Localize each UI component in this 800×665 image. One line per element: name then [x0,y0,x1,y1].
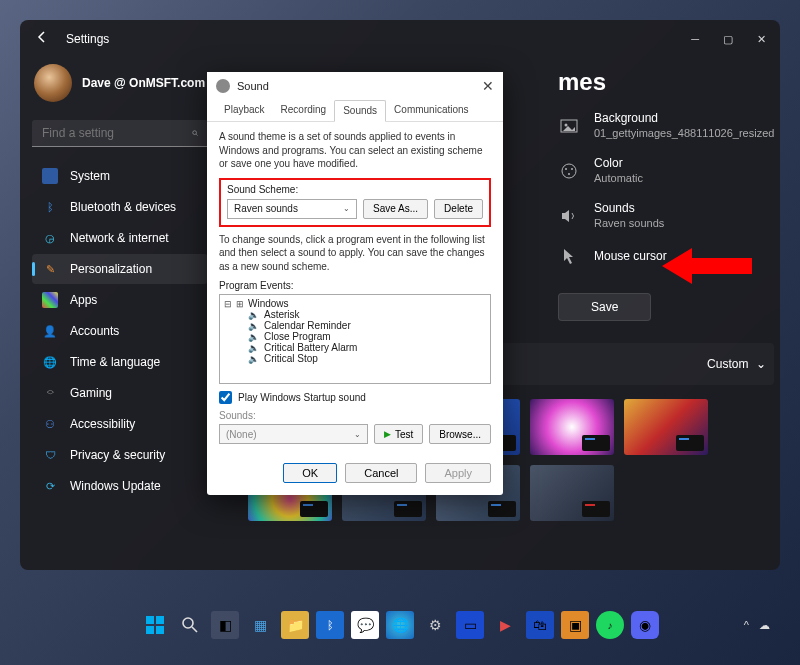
apply-button[interactable]: Apply [425,463,491,483]
opt-background[interactable]: Background01_gettyimages_488111026_resiz… [558,110,774,141]
user-header[interactable]: Dave @ OnMSFT.com [32,64,208,102]
scheme-dropdown[interactable]: Raven sounds⌄ [227,199,357,219]
close-icon[interactable]: ✕ [757,33,766,46]
cloud-icon[interactable]: ☁ [759,619,770,632]
person-icon: 👤 [42,323,58,339]
nav-gaming[interactable]: ⌔Gaming [32,378,208,408]
settings-icon[interactable]: ⚙ [421,611,449,639]
scheme-label: Sound Scheme: [227,184,483,195]
startup-sound-label: Play Windows Startup sound [238,392,366,403]
start-button[interactable] [141,611,169,639]
shield-icon: 🛡 [42,447,58,463]
nav-accessibility[interactable]: ⚇Accessibility [32,409,208,439]
theme-thumb[interactable] [530,465,614,521]
palette-icon [558,160,580,182]
sound-event-icon: 🔈 [248,332,259,342]
scheme-note: A sound theme is a set of sounds applied… [219,130,491,171]
minimize-icon[interactable]: ─ [691,33,699,46]
system-tray[interactable]: ^ ☁ [744,619,770,632]
search-icon[interactable] [176,611,204,639]
theme-thumb[interactable] [530,399,614,455]
svg-point-0 [193,131,197,135]
bluetooth-app-icon[interactable]: ᛒ [316,611,344,639]
startup-sound-checkbox[interactable] [219,391,232,404]
save-as-button[interactable]: Save As... [363,199,428,219]
edge-icon[interactable]: 🌐 [386,611,414,639]
teams-icon[interactable]: 💬 [351,611,379,639]
discord-icon[interactable]: ◉ [631,611,659,639]
accessibility-icon: ⚇ [42,416,58,432]
cancel-button[interactable]: Cancel [345,463,417,483]
back-icon[interactable] [34,29,52,49]
nav-update[interactable]: ⟳Windows Update [32,471,208,501]
sound-dialog: Sound ✕ Playback Recording Sounds Commun… [207,72,503,495]
svg-point-6 [568,173,570,175]
tab-recording[interactable]: Recording [273,100,335,121]
svg-point-11 [183,618,193,628]
tab-sounds[interactable]: Sounds [334,100,386,122]
nav-accounts[interactable]: 👤Accounts [32,316,208,346]
dialog-tabs: Playback Recording Sounds Communications [207,100,503,122]
dialog-close-icon[interactable]: ✕ [482,78,494,94]
sound-dialog-icon [216,79,230,93]
taskview-icon[interactable]: ◧ [211,611,239,639]
chevron-down-icon: ⌄ [756,357,766,371]
dialog-title: Sound [237,80,269,92]
brush-icon: ✎ [42,261,58,277]
gaming-icon: ⌔ [42,385,58,401]
tab-communications[interactable]: Communications [386,100,476,121]
nav-bluetooth[interactable]: ᛒBluetooth & devices [32,192,208,222]
browse-button[interactable]: Browse... [429,424,491,444]
nav-list: System ᛒBluetooth & devices ◶Network & i… [32,161,208,501]
chevron-down-icon: ⌄ [343,204,350,213]
events-listbox[interactable]: ⊟⊞Windows 🔈Asterisk 🔈Calendar Reminder 🔈… [219,294,491,384]
nav-personalization[interactable]: ✎Personalization [32,254,208,284]
wifi-icon: ◶ [42,230,58,246]
tab-playback[interactable]: Playback [216,100,273,121]
svg-point-3 [562,164,576,178]
search-box[interactable] [32,120,208,147]
svg-rect-8 [156,616,164,624]
speaker-icon [558,205,580,227]
nav-apps[interactable]: Apps [32,285,208,315]
svg-point-5 [571,168,573,170]
avatar [34,64,72,102]
spotify-icon[interactable]: ♪ [596,611,624,639]
maximize-icon[interactable]: ▢ [723,33,733,46]
nav-privacy[interactable]: 🛡Privacy & security [32,440,208,470]
sound-event-icon: 🔈 [248,310,259,320]
explorer-icon[interactable]: 📁 [281,611,309,639]
svg-rect-7 [146,616,154,624]
nav-time[interactable]: 🌐Time & language [32,347,208,377]
app-icon[interactable]: ▭ [456,611,484,639]
sound-event-icon: 🔈 [248,354,259,364]
cursor-icon [558,245,580,267]
widgets-icon[interactable]: ▦ [246,611,274,639]
sound-event-icon: 🔈 [248,321,259,331]
theme-thumb[interactable] [624,399,708,455]
globe-icon: 🌐 [42,354,58,370]
opt-color[interactable]: ColorAutomatic [558,155,774,186]
play-icon: ▶ [384,429,391,439]
apps-icon [42,292,58,308]
search-input[interactable] [42,126,192,140]
app-icon[interactable]: ▣ [561,611,589,639]
save-button[interactable]: Save [558,293,651,321]
window-title: Settings [66,32,109,46]
opt-sounds[interactable]: SoundsRaven sounds [558,200,774,231]
titlebar: Settings ─ ▢ ✕ [20,20,780,58]
image-icon [558,115,580,137]
nav-network[interactable]: ◶Network & internet [32,223,208,253]
test-button[interactable]: ▶Test [374,424,423,444]
tree-collapse-icon[interactable]: ⊟ [224,299,232,309]
store-icon[interactable]: 🛍 [526,611,554,639]
svg-rect-10 [156,626,164,634]
bluetooth-icon: ᛒ [42,199,58,215]
app-icon[interactable]: ▶ [491,611,519,639]
taskbar: ◧ ▦ 📁 ᛒ 💬 🌐 ⚙ ▭ ▶ 🛍 ▣ ♪ ◉ ^ ☁ [0,603,800,647]
events-note: To change sounds, click a program event … [219,233,491,274]
ok-button[interactable]: OK [283,463,337,483]
nav-system[interactable]: System [32,161,208,191]
chevron-up-icon[interactable]: ^ [744,619,749,631]
delete-button[interactable]: Delete [434,199,483,219]
